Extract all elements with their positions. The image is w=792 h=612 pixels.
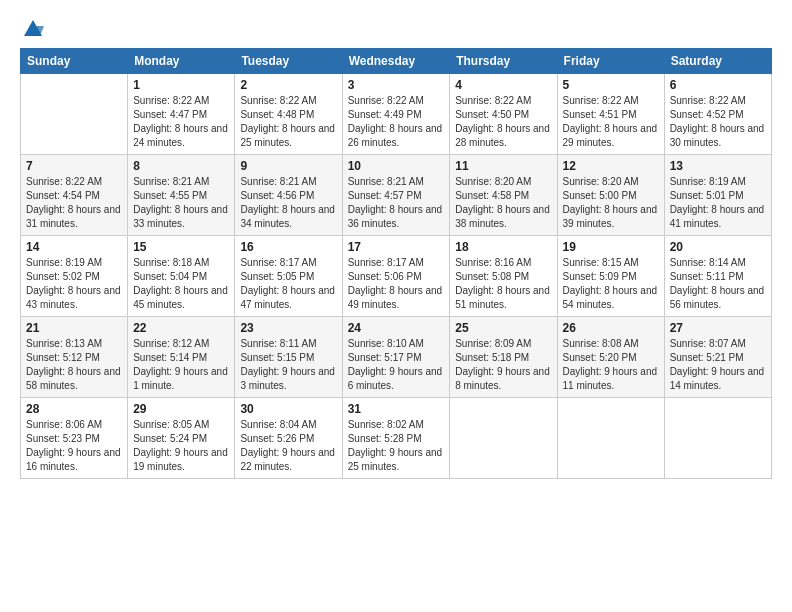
day-info: Sunrise: 8:04 AMSunset: 5:26 PMDaylight:… [240, 418, 336, 474]
day-number: 20 [670, 240, 766, 254]
calendar-cell [450, 398, 557, 479]
calendar-cell: 25Sunrise: 8:09 AMSunset: 5:18 PMDayligh… [450, 317, 557, 398]
calendar-cell: 7Sunrise: 8:22 AMSunset: 4:54 PMDaylight… [21, 155, 128, 236]
day-info: Sunrise: 8:19 AMSunset: 5:01 PMDaylight:… [670, 175, 766, 231]
calendar-cell: 1Sunrise: 8:22 AMSunset: 4:47 PMDaylight… [128, 74, 235, 155]
day-number: 19 [563, 240, 659, 254]
day-header-friday: Friday [557, 49, 664, 74]
calendar-cell: 28Sunrise: 8:06 AMSunset: 5:23 PMDayligh… [21, 398, 128, 479]
calendar-cell: 20Sunrise: 8:14 AMSunset: 5:11 PMDayligh… [664, 236, 771, 317]
calendar-cell: 13Sunrise: 8:19 AMSunset: 5:01 PMDayligh… [664, 155, 771, 236]
day-number: 23 [240, 321, 336, 335]
calendar-cell [21, 74, 128, 155]
day-info: Sunrise: 8:14 AMSunset: 5:11 PMDaylight:… [670, 256, 766, 312]
day-number: 12 [563, 159, 659, 173]
day-number: 7 [26, 159, 122, 173]
day-info: Sunrise: 8:21 AMSunset: 4:56 PMDaylight:… [240, 175, 336, 231]
calendar-cell: 5Sunrise: 8:22 AMSunset: 4:51 PMDaylight… [557, 74, 664, 155]
day-number: 9 [240, 159, 336, 173]
calendar-cell: 4Sunrise: 8:22 AMSunset: 4:50 PMDaylight… [450, 74, 557, 155]
calendar-cell: 6Sunrise: 8:22 AMSunset: 4:52 PMDaylight… [664, 74, 771, 155]
day-number: 31 [348, 402, 445, 416]
calendar-cell: 23Sunrise: 8:11 AMSunset: 5:15 PMDayligh… [235, 317, 342, 398]
day-info: Sunrise: 8:18 AMSunset: 5:04 PMDaylight:… [133, 256, 229, 312]
day-info: Sunrise: 8:22 AMSunset: 4:50 PMDaylight:… [455, 94, 551, 150]
calendar-cell [557, 398, 664, 479]
calendar-cell: 14Sunrise: 8:19 AMSunset: 5:02 PMDayligh… [21, 236, 128, 317]
calendar-cell: 16Sunrise: 8:17 AMSunset: 5:05 PMDayligh… [235, 236, 342, 317]
day-number: 3 [348, 78, 445, 92]
day-number: 18 [455, 240, 551, 254]
day-info: Sunrise: 8:08 AMSunset: 5:20 PMDaylight:… [563, 337, 659, 393]
day-info: Sunrise: 8:21 AMSunset: 4:57 PMDaylight:… [348, 175, 445, 231]
day-info: Sunrise: 8:07 AMSunset: 5:21 PMDaylight:… [670, 337, 766, 393]
day-number: 14 [26, 240, 122, 254]
calendar-cell: 15Sunrise: 8:18 AMSunset: 5:04 PMDayligh… [128, 236, 235, 317]
logo-icon [22, 18, 44, 40]
day-number: 21 [26, 321, 122, 335]
calendar-cell: 27Sunrise: 8:07 AMSunset: 5:21 PMDayligh… [664, 317, 771, 398]
day-number: 8 [133, 159, 229, 173]
calendar-cell: 31Sunrise: 8:02 AMSunset: 5:28 PMDayligh… [342, 398, 450, 479]
calendar-cell: 21Sunrise: 8:13 AMSunset: 5:12 PMDayligh… [21, 317, 128, 398]
day-number: 26 [563, 321, 659, 335]
calendar-cell: 10Sunrise: 8:21 AMSunset: 4:57 PMDayligh… [342, 155, 450, 236]
calendar-cell [664, 398, 771, 479]
day-header-monday: Monday [128, 49, 235, 74]
day-number: 29 [133, 402, 229, 416]
day-number: 13 [670, 159, 766, 173]
day-number: 25 [455, 321, 551, 335]
day-info: Sunrise: 8:22 AMSunset: 4:49 PMDaylight:… [348, 94, 445, 150]
calendar-cell: 2Sunrise: 8:22 AMSunset: 4:48 PMDaylight… [235, 74, 342, 155]
calendar-cell: 26Sunrise: 8:08 AMSunset: 5:20 PMDayligh… [557, 317, 664, 398]
day-number: 1 [133, 78, 229, 92]
calendar-cell: 29Sunrise: 8:05 AMSunset: 5:24 PMDayligh… [128, 398, 235, 479]
calendar-cell: 11Sunrise: 8:20 AMSunset: 4:58 PMDayligh… [450, 155, 557, 236]
calendar-table: SundayMondayTuesdayWednesdayThursdayFrid… [20, 48, 772, 479]
calendar-cell: 18Sunrise: 8:16 AMSunset: 5:08 PMDayligh… [450, 236, 557, 317]
day-info: Sunrise: 8:20 AMSunset: 5:00 PMDaylight:… [563, 175, 659, 231]
day-number: 28 [26, 402, 122, 416]
day-number: 16 [240, 240, 336, 254]
day-number: 10 [348, 159, 445, 173]
day-number: 11 [455, 159, 551, 173]
day-header-tuesday: Tuesday [235, 49, 342, 74]
logo [20, 18, 44, 40]
day-info: Sunrise: 8:12 AMSunset: 5:14 PMDaylight:… [133, 337, 229, 393]
calendar-cell: 22Sunrise: 8:12 AMSunset: 5:14 PMDayligh… [128, 317, 235, 398]
calendar-cell: 30Sunrise: 8:04 AMSunset: 5:26 PMDayligh… [235, 398, 342, 479]
day-info: Sunrise: 8:21 AMSunset: 4:55 PMDaylight:… [133, 175, 229, 231]
day-number: 6 [670, 78, 766, 92]
day-info: Sunrise: 8:22 AMSunset: 4:52 PMDaylight:… [670, 94, 766, 150]
day-header-saturday: Saturday [664, 49, 771, 74]
day-number: 24 [348, 321, 445, 335]
day-number: 30 [240, 402, 336, 416]
day-info: Sunrise: 8:20 AMSunset: 4:58 PMDaylight:… [455, 175, 551, 231]
day-info: Sunrise: 8:17 AMSunset: 5:05 PMDaylight:… [240, 256, 336, 312]
day-info: Sunrise: 8:17 AMSunset: 5:06 PMDaylight:… [348, 256, 445, 312]
day-info: Sunrise: 8:10 AMSunset: 5:17 PMDaylight:… [348, 337, 445, 393]
day-info: Sunrise: 8:22 AMSunset: 4:48 PMDaylight:… [240, 94, 336, 150]
day-header-wednesday: Wednesday [342, 49, 450, 74]
day-info: Sunrise: 8:02 AMSunset: 5:28 PMDaylight:… [348, 418, 445, 474]
day-number: 15 [133, 240, 229, 254]
calendar-cell: 8Sunrise: 8:21 AMSunset: 4:55 PMDaylight… [128, 155, 235, 236]
day-info: Sunrise: 8:05 AMSunset: 5:24 PMDaylight:… [133, 418, 229, 474]
calendar-cell: 9Sunrise: 8:21 AMSunset: 4:56 PMDaylight… [235, 155, 342, 236]
day-info: Sunrise: 8:06 AMSunset: 5:23 PMDaylight:… [26, 418, 122, 474]
calendar-cell: 19Sunrise: 8:15 AMSunset: 5:09 PMDayligh… [557, 236, 664, 317]
header [20, 18, 772, 40]
day-number: 27 [670, 321, 766, 335]
day-info: Sunrise: 8:22 AMSunset: 4:51 PMDaylight:… [563, 94, 659, 150]
day-number: 5 [563, 78, 659, 92]
calendar-cell: 3Sunrise: 8:22 AMSunset: 4:49 PMDaylight… [342, 74, 450, 155]
day-info: Sunrise: 8:22 AMSunset: 4:54 PMDaylight:… [26, 175, 122, 231]
day-info: Sunrise: 8:16 AMSunset: 5:08 PMDaylight:… [455, 256, 551, 312]
page: SundayMondayTuesdayWednesdayThursdayFrid… [0, 0, 792, 612]
calendar-cell: 17Sunrise: 8:17 AMSunset: 5:06 PMDayligh… [342, 236, 450, 317]
day-number: 2 [240, 78, 336, 92]
day-info: Sunrise: 8:09 AMSunset: 5:18 PMDaylight:… [455, 337, 551, 393]
day-info: Sunrise: 8:15 AMSunset: 5:09 PMDaylight:… [563, 256, 659, 312]
day-info: Sunrise: 8:22 AMSunset: 4:47 PMDaylight:… [133, 94, 229, 150]
day-number: 22 [133, 321, 229, 335]
